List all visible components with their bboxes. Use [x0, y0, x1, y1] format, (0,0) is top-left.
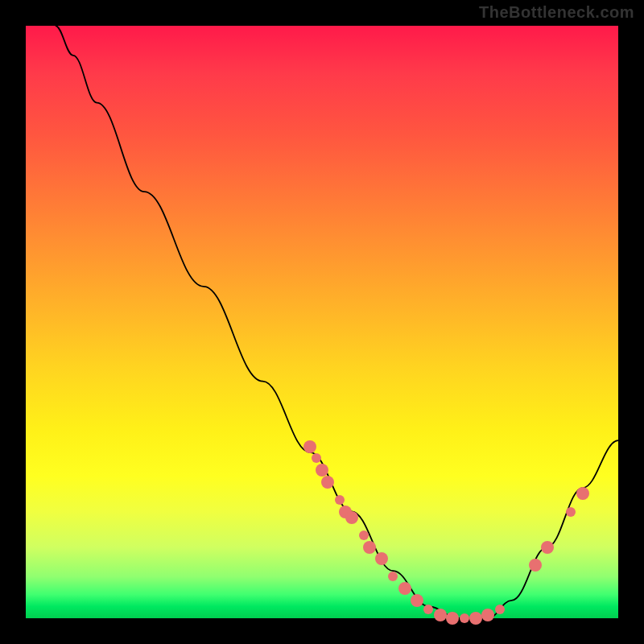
data-point [446, 612, 459, 625]
data-point [303, 440, 316, 453]
data-point [359, 530, 369, 540]
data-point [434, 609, 447, 621]
data-point [335, 495, 345, 505]
data-point [495, 605, 505, 614]
data-point [576, 487, 589, 500]
data-point [316, 464, 328, 477]
data-point [460, 613, 469, 623]
data-point [566, 507, 576, 517]
data-point [312, 453, 321, 463]
data-point [423, 605, 433, 614]
watermark-text: TheBottleneck.com [479, 3, 634, 22]
bottleneck-curve [26, 26, 618, 618]
data-point [411, 594, 423, 607]
data-point [375, 552, 388, 565]
data-point [398, 582, 411, 595]
chart-plot-area [26, 26, 618, 618]
data-point [363, 541, 376, 554]
data-point [469, 612, 482, 625]
data-point [529, 559, 542, 572]
data-point [481, 609, 494, 621]
data-point [388, 572, 398, 581]
data-point [321, 476, 334, 489]
data-point [541, 541, 554, 554]
data-point [345, 511, 358, 524]
